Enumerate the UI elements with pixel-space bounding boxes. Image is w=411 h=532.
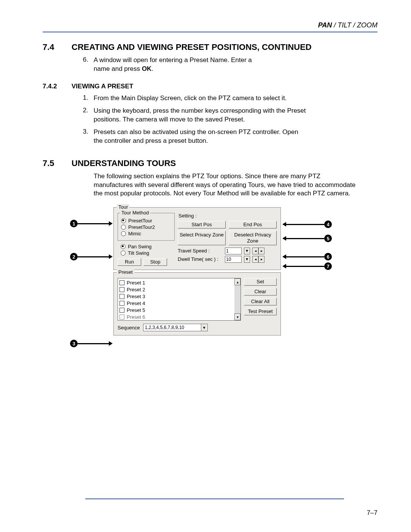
callout-3: 3 [70,340,113,347]
tour-method-legend: Tour Method [120,210,150,216]
stop-button[interactable]: Stop [143,258,167,266]
radio-label: PresetTour2 [128,224,155,230]
arrow-right-icon [109,254,113,259]
radio-label: PresetTour [128,218,152,224]
section-number: 7.5 [43,158,63,168]
callout-1: 1 [70,220,113,227]
page-footer: 7–7 [43,508,378,517]
dwell-time-label: Dwell Time( sec ) : [178,256,223,262]
arrow-left-icon [282,222,286,227]
preset-legend: Preset [117,269,134,275]
clear-all-button[interactable]: Clear All [244,298,277,305]
list-item[interactable]: Preset 5 [119,307,233,313]
callout-2: 2 [70,253,113,260]
arrow-right-icon [109,221,113,226]
step6-text-b: OK [142,65,152,72]
travel-speed-row: Travel Speed : 1 ▼ ◂▸ [178,248,277,254]
callout-7: 7 [282,262,332,270]
preset-groupbox: Preset Preset 1 Preset 2 Preset 3 Preset… [113,272,281,335]
section-title: CREATING AND VIEWING PRESET POSITIONS, C… [72,42,312,52]
setting-label: Setting : [178,213,277,219]
radio-pan-swing[interactable]: Pan Swing [121,244,175,249]
step-body: Using the keyboard, press the number key… [94,107,330,124]
sequence-row: Sequence 1,2,3,4,5,6,7,8,9,10 ▼ [118,324,277,331]
checkbox-icon [119,308,124,313]
callout-bubble: 7 [324,262,332,270]
radio-tilt-swing[interactable]: Tilt Swing [121,250,175,256]
list-item[interactable]: Preset 4 [119,300,233,307]
checkbox-icon [119,301,124,306]
checkbox-icon [119,280,124,285]
deselect-privacy-zone-button[interactable]: Deselect Privacy Zone [229,231,277,245]
checkbox-icon [119,287,124,292]
dwell-time-combo[interactable]: 10 [225,256,242,263]
list-item[interactable]: Preset 1 [119,279,233,286]
checkbox-icon [119,315,124,320]
sequence-value: 1,2,3,4,5,6,7,8,9,10 [143,324,201,331]
dwell-time-row: Dwell Time( sec ) : 10 ▼ ◂▸ [178,256,277,263]
dropdown-arrow-icon[interactable]: ▼ [244,248,250,254]
travel-speed-combo[interactable]: 1 [225,248,242,254]
list-item[interactable]: Preset 3 [119,293,233,300]
combo-value: 1 [226,248,229,254]
set-button[interactable]: Set [244,278,277,286]
test-preset-button[interactable]: Test Preset [244,308,277,315]
sequence-combo[interactable]: 1,2,3,4,5,6,7,8,9,10 ▼ [143,324,208,331]
select-privacy-zone-button[interactable]: Select Privacy Zone [178,231,226,245]
callout-5: 5 [282,235,332,242]
radio-dot-icon [121,244,126,249]
callout-bubble: 2 [70,253,78,260]
tour-groupbox: Tour Tour Method PresetTour PresetTour2 … [113,207,281,270]
radio-mimic[interactable]: Mimic [121,231,171,236]
scroll-down-icon[interactable]: ▾ [234,313,241,320]
dropdown-arrow-icon[interactable]: ▼ [201,324,207,331]
preset-listbox[interactable]: Preset 1 Preset 2 Preset 3 Preset 4 Pres… [118,278,241,321]
radio-dot-icon [121,225,126,230]
list-item[interactable]: Preset 2 [119,286,233,293]
end-pos-button[interactable]: End Pos [229,221,277,228]
callout-bubble: 5 [324,235,332,242]
list-item[interactable]: Preset 6 [119,313,233,320]
radio-label: Mimic [128,231,141,236]
section-number: 7.4 [43,42,63,52]
scroll-up-icon[interactable]: ▴ [234,278,241,285]
list-item-label: Preset 1 [127,280,145,286]
clear-button[interactable]: Clear [244,288,277,296]
tour-dialog: Tour Tour Method PresetTour PresetTour2 … [113,207,281,338]
run-button[interactable]: Run [118,258,141,266]
step-number: 2. [43,107,88,124]
sequence-label: Sequence [118,325,140,331]
list-item-label: Preset 4 [127,300,145,306]
checkbox-icon [119,294,124,299]
page-number: 7–7 [43,509,378,517]
subsection-7-4-2-heading: 7.4.2 VIEWING A PRESET [43,83,378,90]
radio-label: Pan Swing [128,244,151,249]
scrollbar[interactable]: ▴ ▾ [234,278,241,320]
spin-left-icon[interactable]: ◂ [252,256,258,263]
preset-items: Preset 1 Preset 2 Preset 3 Preset 4 Pres… [118,278,234,320]
section-7-5-para: The following section explains the PTZ T… [43,172,378,198]
radio-presettour2[interactable]: PresetTour2 [121,224,171,230]
view-preset-step-3: 3. Presets can also be activated using t… [43,128,378,145]
para-body: The following section explains the PTZ T… [94,172,360,198]
spin-right-icon[interactable]: ▸ [258,248,264,254]
spin-left-icon[interactable]: ◂ [252,248,258,254]
callout-bubble: 4 [324,220,332,228]
step6-text-a: A window will open for entering a Preset… [94,56,252,72]
arrow-left-icon [282,254,286,259]
view-preset-step-1: 1. From the Main Display Screen, click o… [43,94,378,103]
radio-presettour[interactable]: PresetTour [121,218,171,224]
tour-legend: Tour [117,204,129,210]
header-chapter-bold: PAN [318,21,332,29]
list-item-label: Preset 5 [127,307,145,313]
radio-dot-icon [121,251,126,256]
arrow-left-icon [282,264,286,268]
header-rule [43,32,378,32]
travel-speed-label: Travel Speed : [178,248,223,254]
dropdown-arrow-icon[interactable]: ▼ [244,256,250,263]
radio-dot-icon [121,231,126,236]
spin-right-icon[interactable]: ▸ [258,256,264,263]
start-pos-button[interactable]: Start Pos [178,221,226,228]
subsection-number: 7.4.2 [43,83,63,90]
radio-label: Tilt Swing [128,250,149,256]
